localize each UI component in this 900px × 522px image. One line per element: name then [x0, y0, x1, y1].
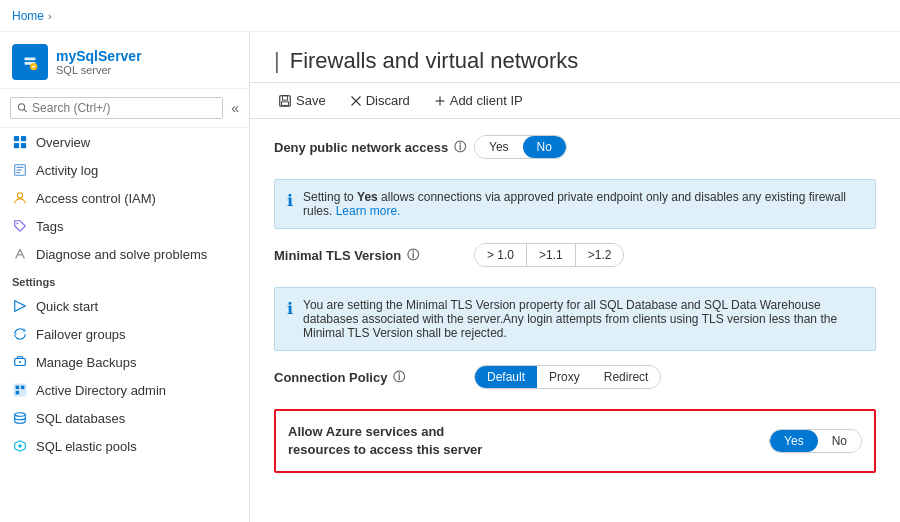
connection-policy-info-icon[interactable]: ⓘ — [393, 369, 405, 386]
allow-azure-no-option[interactable]: No — [818, 430, 861, 452]
sidebar-item-failover-groups[interactable]: Failover groups — [0, 320, 249, 348]
sidebar-item-diagnose[interactable]: Diagnose and solve problems — [0, 240, 249, 268]
discard-button[interactable]: Discard — [346, 91, 414, 110]
save-icon — [278, 94, 292, 108]
tls-info-box: ℹ You are setting the Minimal TLS Versio… — [274, 287, 876, 351]
deny-public-no-option[interactable]: No — [523, 136, 566, 158]
svg-line-5 — [24, 109, 27, 112]
sidebar-item-access-control[interactable]: Access control (IAM) — [0, 184, 249, 212]
page-header: | Firewalls and virtual networks — [250, 32, 900, 83]
svg-point-14 — [17, 193, 22, 198]
collapse-sidebar-button[interactable]: « — [231, 100, 239, 116]
svg-point-15 — [17, 223, 19, 225]
deny-public-access-row: Deny public network access ⓘ Yes No — [274, 135, 876, 167]
sidebar-item-manage-backups[interactable]: Manage Backups — [0, 348, 249, 376]
add-client-ip-label: Add client IP — [450, 93, 523, 108]
sidebar-item-aad-label: Active Directory admin — [36, 383, 166, 398]
sidebar-item-sql-elastic-pools[interactable]: SQL elastic pools — [0, 432, 249, 460]
server-type: SQL server — [56, 64, 142, 76]
top-bar: Home › — [0, 0, 900, 32]
quick-start-icon — [12, 298, 28, 314]
tls-10-option[interactable]: > 1.0 — [475, 244, 527, 266]
server-info: mySqlServer SQL server — [56, 48, 142, 76]
sql-databases-icon — [12, 410, 28, 426]
search-box: « — [0, 89, 249, 128]
activity-log-icon — [12, 162, 28, 178]
sidebar-item-sql-databases[interactable]: SQL databases — [0, 404, 249, 432]
add-icon — [434, 95, 446, 107]
svg-rect-6 — [14, 136, 19, 141]
discard-label: Discard — [366, 93, 410, 108]
conn-proxy-option[interactable]: Proxy — [537, 366, 592, 388]
svg-rect-7 — [21, 136, 26, 141]
tls-info-icon[interactable]: ⓘ — [407, 247, 419, 264]
deny-public-yes-option[interactable]: Yes — [475, 136, 523, 158]
info-icon-deny: ℹ — [287, 191, 293, 218]
discard-icon — [350, 95, 362, 107]
sidebar-item-active-directory-admin[interactable]: Active Directory admin — [0, 376, 249, 404]
sidebar-item-tags[interactable]: Tags — [0, 212, 249, 240]
svg-point-24 — [15, 413, 26, 417]
conn-redirect-option[interactable]: Redirect — [592, 366, 661, 388]
sidebar-item-quick-start[interactable]: Quick start — [0, 292, 249, 320]
allow-azure-label: Allow Azure services and resources to ac… — [288, 423, 508, 459]
page-title-text: Firewalls and virtual networks — [290, 48, 579, 74]
page-title-divider: | — [274, 48, 280, 74]
elastic-pools-icon — [12, 438, 28, 454]
search-input-wrap[interactable] — [10, 97, 223, 119]
svg-rect-29 — [282, 101, 289, 105]
sidebar-item-diagnose-label: Diagnose and solve problems — [36, 247, 207, 262]
tls-version-toggle[interactable]: > 1.0 >1.1 >1.2 — [474, 243, 624, 267]
svg-marker-16 — [15, 301, 26, 312]
tls-info-text: You are setting the Minimal TLS Version … — [303, 298, 863, 340]
failover-icon — [12, 326, 28, 342]
search-input[interactable] — [32, 101, 216, 115]
tls-version-row: Minimal TLS Version ⓘ > 1.0 >1.1 >1.2 — [274, 243, 876, 275]
content-body: Deny public network access ⓘ Yes No ℹ Se… — [250, 119, 900, 522]
deny-public-info-box: ℹ Setting to Yes allows connections via … — [274, 179, 876, 229]
sidebar-nav: Overview Activity log Access control (IA… — [0, 128, 249, 522]
toolbar: Save Discard Add client IP — [250, 83, 900, 119]
breadcrumb-separator: › — [48, 10, 52, 22]
info-icon-tls: ℹ — [287, 299, 293, 340]
save-button[interactable]: Save — [274, 91, 330, 110]
svg-rect-21 — [16, 386, 20, 390]
sidebar-item-activity-log[interactable]: Activity log — [0, 156, 249, 184]
sidebar: mySqlServer SQL server « — [0, 32, 250, 522]
content-area: | Firewalls and virtual networks Save Di… — [250, 32, 900, 522]
tls-12-option[interactable]: >1.2 — [576, 244, 624, 266]
breadcrumb-home[interactable]: Home — [12, 9, 44, 23]
conn-default-option[interactable]: Default — [475, 366, 537, 388]
sidebar-item-quick-start-label: Quick start — [36, 299, 98, 314]
connection-policy-row: Connection Policy ⓘ Default Proxy Redire… — [274, 365, 876, 397]
allow-azure-toggle[interactable]: Yes No — [769, 429, 862, 453]
sidebar-item-tags-label: Tags — [36, 219, 63, 234]
diagnose-icon — [12, 246, 28, 262]
svg-point-26 — [18, 444, 22, 448]
page-title: | Firewalls and virtual networks — [274, 48, 876, 74]
deny-public-info-icon[interactable]: ⓘ — [454, 139, 466, 156]
learn-more-link[interactable]: Learn more. — [336, 204, 401, 218]
svg-rect-23 — [16, 391, 20, 395]
sidebar-item-failover-label: Failover groups — [36, 327, 126, 342]
overview-icon — [12, 134, 28, 150]
connection-policy-toggle[interactable]: Default Proxy Redirect — [474, 365, 661, 389]
sidebar-item-elastic-pools-label: SQL elastic pools — [36, 439, 137, 454]
add-client-ip-button[interactable]: Add client IP — [430, 91, 527, 110]
tls-11-option[interactable]: >1.1 — [527, 244, 576, 266]
main-layout: mySqlServer SQL server « — [0, 32, 900, 522]
nav-section-settings: Quick start Failover groups Manage Backu… — [0, 292, 249, 460]
connection-policy-label: Connection Policy ⓘ — [274, 369, 474, 386]
svg-point-4 — [18, 104, 24, 110]
allow-azure-box: Allow Azure services and resources to ac… — [274, 409, 876, 473]
svg-rect-8 — [14, 143, 19, 148]
deny-public-access-toggle[interactable]: Yes No — [474, 135, 567, 159]
backup-icon — [12, 354, 28, 370]
save-label: Save — [296, 93, 326, 108]
breadcrumb: Home › — [12, 9, 56, 23]
tls-version-label: Minimal TLS Version ⓘ — [274, 247, 474, 264]
allow-azure-yes-option[interactable]: Yes — [770, 430, 818, 452]
sidebar-item-activity-log-label: Activity log — [36, 163, 98, 178]
server-header: mySqlServer SQL server — [0, 32, 249, 89]
sidebar-item-overview[interactable]: Overview — [0, 128, 249, 156]
